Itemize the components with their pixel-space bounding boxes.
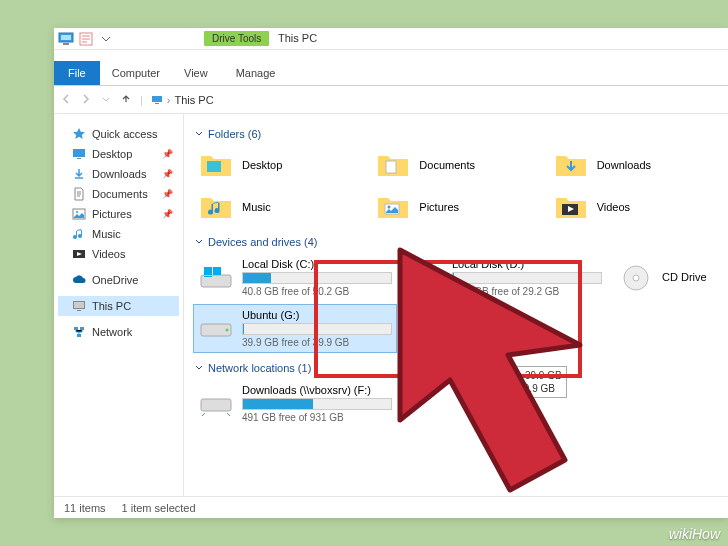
folder-documents[interactable]: Documents (371, 146, 540, 184)
folder-pictures[interactable]: Pictures (371, 188, 540, 226)
pin-icon: 📌 (162, 189, 173, 199)
svg-point-20 (388, 206, 391, 209)
address-bar: | › This PC (54, 86, 728, 114)
devices-section-header[interactable]: Devices and drives (4) (194, 236, 718, 248)
breadcrumb[interactable]: › This PC (151, 94, 214, 106)
folder-desktop[interactable]: Desktop (194, 146, 363, 184)
sidebar-item-pictures[interactable]: Pictures📌 (58, 204, 179, 224)
ribbon-tabs: File Computer View Manage (54, 50, 728, 86)
network-drive-icon (199, 391, 233, 417)
sidebar-item-quick-access[interactable]: Quick access (58, 124, 179, 144)
breadcrumb-location: This PC (175, 94, 214, 106)
svg-rect-1 (61, 35, 71, 40)
videos-icon (72, 247, 86, 261)
folder-icon (376, 151, 410, 179)
svg-rect-26 (411, 275, 441, 287)
svg-rect-6 (73, 149, 85, 157)
folder-icon (554, 151, 588, 179)
svg-rect-16 (77, 334, 81, 337)
svg-point-9 (76, 211, 78, 213)
this-pc-icon (72, 299, 86, 313)
chevron-down-icon (194, 237, 204, 247)
star-icon (72, 127, 86, 141)
qat-dropdown-icon[interactable] (98, 31, 114, 47)
folders-section-header[interactable]: Folders (6) (194, 128, 718, 140)
sidebar-item-downloads[interactable]: Downloads📌 (58, 164, 179, 184)
pin-icon: 📌 (162, 209, 173, 219)
window-title: This PC (270, 30, 325, 46)
svg-rect-7 (77, 158, 81, 159)
chevron-down-icon (194, 129, 204, 139)
explorer-window: Drive Tools This PC File Computer View M… (54, 28, 728, 518)
svg-rect-13 (77, 310, 81, 311)
network-icon (72, 325, 86, 339)
drive-icon (409, 265, 443, 291)
forward-button[interactable] (80, 93, 92, 107)
sidebar-item-desktop[interactable]: Desktop📌 (58, 144, 179, 164)
svg-rect-18 (386, 161, 396, 173)
status-selected-count: 1 item selected (122, 502, 196, 514)
document-icon (72, 187, 86, 201)
svg-rect-4 (152, 96, 162, 102)
folder-downloads[interactable]: Downloads (549, 146, 718, 184)
folder-icon (199, 193, 233, 221)
drive-tools-label: Drive Tools (204, 31, 269, 46)
pictures-icon (72, 207, 86, 221)
sidebar-item-this-pc[interactable]: This PC (58, 296, 179, 316)
sidebar-item-onedrive[interactable]: OneDrive (58, 270, 179, 290)
svg-point-30 (226, 328, 229, 331)
content-pane: Folders (6) Desktop Documents Downloads … (184, 114, 728, 496)
music-icon (72, 227, 86, 241)
network-drive-f[interactable]: Downloads (\\vboxsrv) (F:)491 GB free of… (194, 380, 454, 427)
file-tab[interactable]: File (54, 61, 100, 85)
recent-dropdown-icon[interactable] (100, 93, 112, 107)
network-section-header[interactable]: Network locations (1) (194, 362, 718, 374)
this-pc-icon (58, 31, 74, 47)
chevron-down-icon (194, 363, 204, 373)
sidebar-item-videos[interactable]: Videos (58, 244, 179, 264)
svg-rect-25 (204, 276, 212, 277)
pin-icon: 📌 (162, 169, 173, 179)
navigation-pane: Quick access Desktop📌 Downloads📌 Documen… (54, 114, 184, 496)
drive-ubuntu-g[interactable]: Ubuntu (G:)39.9 GB free of 39.9 GB (194, 305, 396, 352)
status-item-count: 11 items (64, 502, 106, 514)
drive-tooltip: Space free: 39.9 GB Total size: 39.9 GB (466, 366, 567, 398)
svg-rect-14 (74, 327, 78, 330)
folder-icon (199, 151, 233, 179)
drive-icon (199, 318, 233, 340)
properties-icon[interactable] (78, 31, 94, 47)
drive-local-c[interactable]: Local Disk (C:)40.8 GB free of 50.2 GB (194, 254, 396, 301)
svg-rect-17 (207, 161, 221, 172)
download-icon (72, 167, 86, 181)
back-button[interactable] (60, 93, 72, 107)
status-bar: 11 items 1 item selected (54, 496, 728, 518)
svg-point-28 (633, 275, 639, 281)
computer-tab[interactable]: Computer (100, 61, 172, 85)
svg-rect-24 (213, 267, 221, 275)
contextual-tab-group: Drive Tools (204, 28, 269, 49)
cd-icon (621, 263, 651, 293)
drive-icon (199, 265, 233, 291)
up-button[interactable] (120, 93, 132, 107)
folder-icon (554, 193, 588, 221)
drive-cd[interactable]: CD Drive (614, 254, 718, 301)
folder-music[interactable]: Music (194, 188, 363, 226)
this-pc-breadcrumb-icon (151, 94, 163, 106)
svg-rect-12 (74, 302, 84, 308)
svg-rect-2 (63, 43, 69, 45)
cloud-icon (72, 273, 86, 287)
svg-rect-15 (80, 327, 84, 330)
svg-rect-23 (204, 267, 212, 275)
drive-local-d[interactable]: Local Disk (D:)29.2 GB free of 29.2 GB (404, 254, 606, 301)
folder-icon (376, 193, 410, 221)
desktop-icon (72, 147, 86, 161)
folder-videos[interactable]: Videos (549, 188, 718, 226)
sidebar-item-documents[interactable]: Documents📌 (58, 184, 179, 204)
sidebar-item-network[interactable]: Network (58, 322, 179, 342)
sidebar-item-music[interactable]: Music (58, 224, 179, 244)
manage-tab[interactable]: Manage (224, 61, 288, 85)
svg-rect-31 (201, 399, 231, 411)
quick-access-toolbar (54, 28, 728, 50)
pin-icon: 📌 (162, 149, 173, 159)
view-tab[interactable]: View (172, 61, 220, 85)
